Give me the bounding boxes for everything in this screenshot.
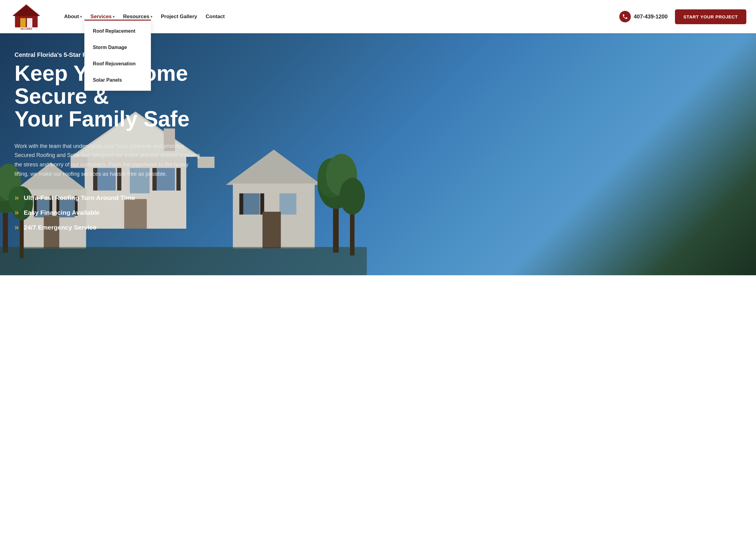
dropdown-item-solar-panels[interactable]: Solar Panels [84, 72, 151, 88]
feature-text-3: 24/7 Emergency Service [24, 224, 97, 231]
dropdown-item-roof-replacement[interactable]: Roof Replacement [84, 23, 151, 39]
hero-feature-2: » Easy Financing Available [15, 208, 226, 217]
nav-gallery[interactable]: Project Gallery [161, 14, 197, 20]
phone-area[interactable]: 407-439-1200 [619, 11, 668, 22]
svg-marker-28 [226, 150, 322, 185]
about-chevron-icon: ▾ [80, 15, 82, 19]
feature-text-1: Ultra-Fast Roofing Turn Around Time [24, 194, 135, 201]
phone-icon [619, 11, 631, 22]
svg-rect-48 [0, 247, 367, 275]
nav-resources[interactable]: Resources ▾ [123, 14, 152, 20]
chevron-double-icon-2: » [15, 208, 19, 217]
svg-point-47 [340, 178, 365, 214]
svg-rect-30 [243, 193, 260, 214]
svg-rect-33 [260, 193, 264, 214]
svg-rect-1 [20, 18, 26, 27]
dropdown-item-roof-rejuvenation[interactable]: Roof Rejuvenation [84, 56, 151, 72]
svg-marker-3 [14, 5, 39, 16]
site-header: SECURED About ▾ Services ▾ Roof Replacem… [0, 0, 756, 33]
feature-text-2: Easy Financing Available [24, 209, 100, 216]
chevron-double-icon-3: » [15, 223, 19, 232]
hero-feature-3: » 24/7 Emergency Service [15, 223, 226, 232]
nav-services[interactable]: Services ▾ Roof Replacement Storm Damage… [91, 14, 114, 20]
cta-button[interactable]: START YOUR PROJECT [675, 9, 746, 24]
dropdown-item-storm-damage[interactable]: Storm Damage [84, 39, 151, 56]
phone-number[interactable]: 407-439-1200 [634, 14, 668, 20]
services-chevron-icon: ▾ [113, 15, 114, 19]
services-dropdown: Roof Replacement Storm Damage Roof Rejuv… [84, 20, 151, 91]
svg-rect-2 [27, 18, 33, 27]
svg-rect-34 [262, 212, 281, 248]
hero-features-list: » Ultra-Fast Roofing Turn Around Time » … [15, 193, 226, 232]
hero-feature-1: » Ultra-Fast Roofing Turn Around Time [15, 193, 226, 202]
svg-rect-31 [279, 193, 296, 214]
nav-contact[interactable]: Contact [206, 14, 225, 20]
svg-text:SECURED: SECURED [20, 28, 32, 30]
logo[interactable]: SECURED [10, 3, 52, 30]
main-nav: About ▾ Services ▾ Roof Replacement Stor… [64, 14, 613, 20]
nav-about[interactable]: About ▾ [64, 14, 82, 20]
hero-description: Work with the team that understands your… [15, 142, 202, 179]
svg-rect-32 [239, 193, 243, 214]
resources-chevron-icon: ▾ [151, 15, 152, 19]
chevron-double-icon-1: » [15, 193, 19, 202]
